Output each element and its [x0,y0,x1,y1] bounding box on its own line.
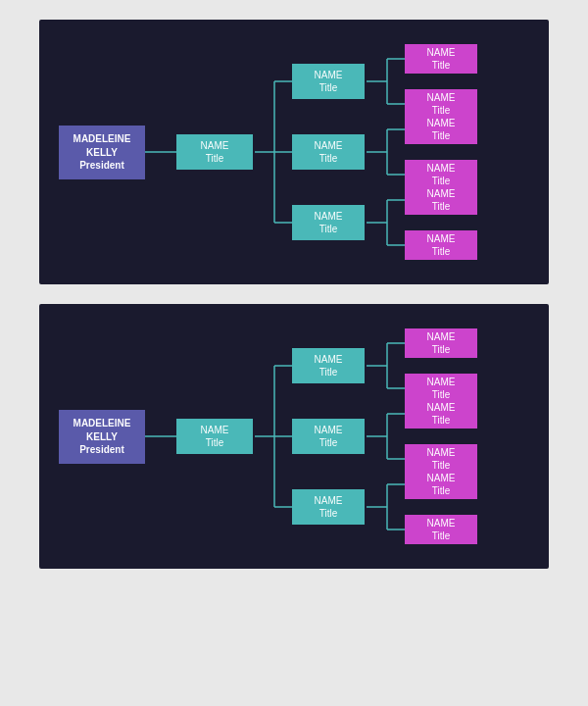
leaf-node-2-2: NAME Title [405,399,477,429]
org-chart-2: MADELEINE KELLY President NAME Title NAM… [39,304,549,569]
level3-node-1-0: NAME Title [292,64,365,99]
leaf-node-1-5: NAME Title [405,230,477,260]
level2-node-2: NAME Title [176,419,253,454]
leaf-node-1-0: NAME Title [405,44,477,74]
level3-node-1-1: NAME Title [292,134,365,170]
org-chart-1: MADELEINE KELLY President NAME Title NAM… [39,20,549,284]
root-node-1: MADELEINE KELLY President [59,126,145,179]
root-node-2: MADELEINE KELLY President [59,410,145,464]
level3-node-1-2: NAME Title [292,205,365,240]
leaf-node-1-4: NAME Title [405,185,477,215]
leaf-node-2-4: NAME Title [405,470,477,499]
level3-node-2-1: NAME Title [292,419,365,454]
leaf-node-2-5: NAME Title [405,515,477,544]
leaf-node-2-0: NAME Title [405,328,477,358]
level2-node-1: NAME Title [176,134,253,170]
level3-node-2-2: NAME Title [292,489,365,525]
leaf-node-1-2: NAME Title [405,115,477,144]
level3-node-2-0: NAME Title [292,348,365,383]
